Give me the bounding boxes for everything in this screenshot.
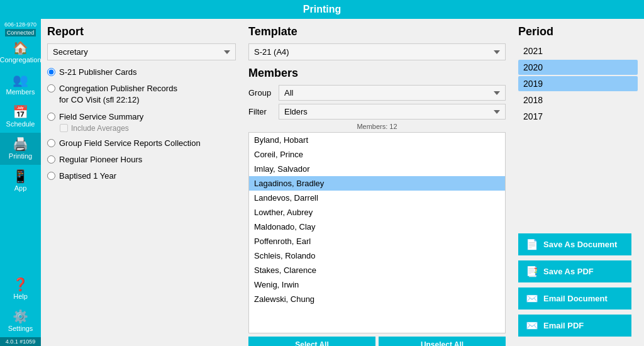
home-icon: 🏠 [13, 42, 28, 54]
radio-s21-input[interactable] [47, 68, 55, 76]
radio-cong[interactable]: Congregation Publisher Recordsfor CO Vis… [47, 83, 236, 106]
member-item[interactable]: Landevos, Darrell [249, 191, 505, 205]
connected-badge: Connected [5, 29, 36, 36]
group-label: Group [248, 88, 274, 98]
radio-field[interactable]: Field Service Summary [47, 111, 236, 123]
group-row: Group All [248, 85, 506, 101]
sidebar-item-settings[interactable]: ⚙️ Settings [0, 305, 41, 337]
app-title: Printing [303, 4, 341, 14]
sidebar-label-help: Help [13, 293, 28, 300]
members-list[interactable]: Byland, HobartCoreil, PrinceImlay, Salva… [248, 132, 506, 333]
members-count: Members: 12 [248, 123, 506, 130]
radio-baptised[interactable]: Baptised 1 Year [47, 170, 236, 182]
help-icon: ❓ [13, 278, 28, 291]
sidebar-item-schedule[interactable]: 📅 Schedule [0, 101, 41, 133]
members-icon: 👥 [13, 74, 28, 86]
app-icon: 📱 [13, 170, 28, 182]
email-doc-icon: ✉️ [526, 293, 538, 304]
member-item[interactable]: Lowther, Aubrey [249, 205, 505, 220]
action-buttons: 📄 Save As Document 📑 Save As PDF ✉️ Emai… [518, 233, 638, 340]
radio-pioneer-label: Regular Pioneer Hours [59, 154, 142, 165]
filter-row: Filter Elders All [248, 104, 506, 120]
radio-baptised-input[interactable] [47, 172, 55, 180]
radio-pioneer[interactable]: Regular Pioneer Hours [47, 154, 236, 165]
save-doc-button[interactable]: 📄 Save As Document [518, 233, 631, 255]
email-doc-button[interactable]: ✉️ Email Document [518, 287, 631, 310]
panels: Report Secretary Other S-21 Publisher Ca… [41, 19, 644, 346]
version-badge: 4.0.1 #1059 [0, 337, 41, 346]
include-averages-input[interactable] [60, 124, 68, 132]
filter-select[interactable]: Elders All [279, 104, 506, 120]
member-item[interactable]: Coreil, Prince [249, 147, 505, 162]
report-dropdown[interactable]: Secretary Other [47, 43, 236, 60]
period-item[interactable]: 2018 [518, 92, 638, 108]
template-title: Template [248, 25, 506, 38]
sidebar-item-printing[interactable]: 🖨️ Printing [0, 133, 41, 165]
include-averages-checkbox[interactable]: Include Averages [60, 124, 236, 133]
members-buttons: Select All Unselect All [248, 337, 506, 346]
field-service-section: Field Service Summary Include Averages [47, 111, 236, 133]
members-title: Members [248, 67, 506, 80]
member-item[interactable]: Schleis, Rolando [249, 248, 505, 263]
email-pdf-icon: ✉️ [526, 320, 538, 332]
content-area: Report Secretary Other S-21 Publisher Ca… [41, 19, 644, 346]
save-doc-icon: 📄 [526, 238, 538, 250]
radio-s21-label: S-21 Publisher Cards [59, 67, 137, 78]
member-item[interactable]: Zalewski, Chung [249, 292, 505, 306]
sidebar-label-printing: Printing [9, 152, 32, 160]
member-item[interactable]: Byland, Hobart [249, 133, 505, 147]
sidebar-item-members[interactable]: 👥 Members [0, 69, 41, 101]
radio-cong-label: Congregation Publisher Recordsfor CO Vis… [59, 83, 177, 106]
report-panel: Report Secretary Other S-21 Publisher Ca… [47, 25, 236, 340]
save-pdf-label: Save As PDF [543, 267, 594, 276]
phone-number: 606-128-970 [3, 20, 38, 29]
unselect-all-button[interactable]: Unselect All [379, 337, 506, 346]
template-panel: Template S-21 (A4) S-21 (Letter) Members… [248, 25, 506, 340]
period-list: 20212020201920182017 [518, 43, 638, 124]
report-title: Report [47, 25, 236, 38]
include-averages-section: Include Averages [60, 124, 236, 133]
period-item[interactable]: 2019 [518, 76, 638, 91]
period-item[interactable]: 2020 [518, 60, 638, 75]
members-section: Members Group All Filter Elders All [248, 67, 506, 346]
select-all-button[interactable]: Select All [248, 337, 375, 346]
sidebar-item-congregation[interactable]: 🏠 Congregation [0, 36, 41, 69]
right-column: Period 20212020201920182017 📄 Save As Do… [518, 25, 638, 340]
member-item[interactable]: Stakes, Clarence [249, 263, 505, 277]
sidebar-item-app[interactable]: 📱 App [0, 165, 41, 197]
period-item[interactable]: 2017 [518, 109, 638, 124]
filter-label: Filter [248, 107, 274, 116]
period-item[interactable]: 2021 [518, 43, 638, 59]
sidebar-label-settings: Settings [8, 325, 33, 332]
sidebar: 606-128-970 Connected 🏠 Congregation 👥 M… [0, 19, 41, 346]
save-pdf-icon: 📑 [526, 265, 538, 277]
group-select[interactable]: All [279, 85, 506, 101]
member-item[interactable]: Wenig, Irwin [249, 277, 505, 292]
radio-field-input[interactable] [47, 113, 55, 121]
schedule-icon: 📅 [13, 106, 28, 118]
email-pdf-button[interactable]: ✉️ Email PDF [518, 315, 631, 337]
sidebar-label-members: Members [6, 88, 35, 96]
member-item[interactable]: Maldonado, Clay [249, 220, 505, 234]
sidebar-bottom: ❓ Help ⚙️ Settings 4.0.1 #1059 [0, 273, 41, 346]
printing-icon: 🖨️ [13, 138, 28, 150]
radio-pioneer-input[interactable] [47, 155, 55, 164]
template-dropdown[interactable]: S-21 (A4) S-21 (Letter) [248, 43, 506, 60]
sidebar-label-congregation: Congregation [0, 56, 42, 64]
radio-cong-input[interactable] [47, 84, 55, 92]
radio-baptised-label: Baptised 1 Year [59, 170, 116, 182]
radio-group-label: Group Field Service Reports Collection [59, 138, 201, 149]
period-title: Period [518, 25, 638, 38]
sidebar-label-app: App [14, 184, 27, 192]
member-item[interactable]: Lagadinos, Bradley [249, 176, 505, 191]
member-item[interactable]: Imlay, Salvador [249, 162, 505, 176]
email-pdf-label: Email PDF [543, 321, 584, 330]
radio-group[interactable]: Group Field Service Reports Collection [47, 138, 236, 149]
save-pdf-button[interactable]: 📑 Save As PDF [518, 260, 631, 282]
settings-icon: ⚙️ [13, 310, 28, 323]
radio-s21[interactable]: S-21 Publisher Cards [47, 67, 236, 78]
radio-group-input[interactable] [47, 139, 55, 147]
sidebar-item-help[interactable]: ❓ Help [0, 273, 41, 305]
email-doc-label: Email Document [543, 294, 608, 303]
member-item[interactable]: Poffenroth, Earl [249, 234, 505, 248]
